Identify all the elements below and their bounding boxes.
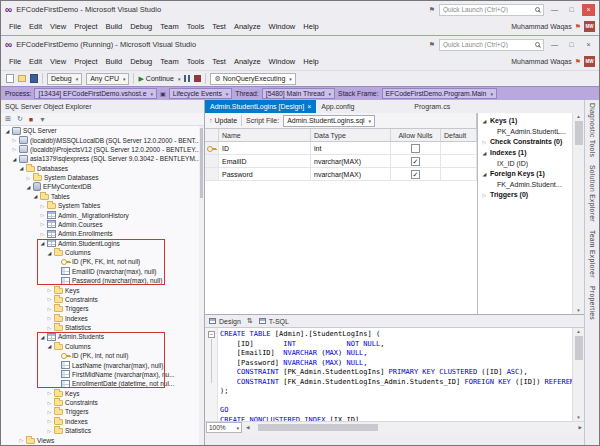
expander-closed-icon[interactable]: ▷ — [46, 306, 53, 312]
tree-item[interactable]: EmailID (nvarchar(max), null) — [1, 267, 199, 276]
expander-open-icon[interactable]: ◢ — [46, 343, 53, 349]
tree-item[interactable]: ▷Keys — [1, 285, 199, 294]
default-cell[interactable] — [441, 168, 477, 180]
expander-closed-icon[interactable]: ▷ — [46, 418, 53, 424]
menu-edit[interactable]: Edit — [25, 57, 46, 66]
expander-open-icon[interactable]: ◢ — [39, 240, 46, 246]
tree-item[interactable]: ▷Statistics — [1, 323, 199, 332]
debug-event-select[interactable]: ⚙NonQueryExecuting▾ — [210, 73, 295, 85]
tree-item[interactable]: ▷Views — [1, 435, 199, 444]
expander-closed-icon[interactable]: ▷ — [39, 203, 46, 209]
expander-icon[interactable]: ◢ — [481, 171, 488, 177]
stop-icon[interactable] — [194, 75, 201, 82]
expander-icon[interactable]: ▷ — [481, 192, 488, 198]
default-cell[interactable] — [441, 142, 477, 154]
tree-item[interactable]: ▷(localdb)\MSSQLLocalDB (SQL Server 12.0… — [1, 135, 199, 144]
context-group[interactable]: ◢Foreign Keys (1) — [478, 168, 572, 179]
expander-closed-icon[interactable]: ▷ — [46, 296, 53, 302]
add-server-icon[interactable]: ⊞ — [5, 115, 11, 123]
code-editor[interactable]: − CREATE TABLE [Admin].[StudentLogIns] (… — [205, 328, 584, 421]
tree-item[interactable]: ID (PK, FK, int, not null) — [1, 257, 199, 266]
notifications-flag-icon[interactable]: ⚑ — [575, 58, 581, 66]
tree-item[interactable]: ◢Tables — [1, 192, 199, 201]
user-name[interactable]: Muhammad Waqas — [511, 58, 571, 65]
menu-build[interactable]: Build — [102, 22, 127, 31]
menu-analyze[interactable]: Analyze — [230, 57, 265, 66]
scrollbar-thumb[interactable] — [575, 121, 583, 145]
expander-closed-icon[interactable]: ▷ — [11, 137, 18, 143]
tree-item[interactable]: ▷System Tables — [1, 201, 199, 210]
tree-item[interactable]: ◢Databases — [1, 164, 199, 173]
menu-help[interactable]: Help — [299, 57, 322, 66]
menu-project[interactable]: Project — [70, 22, 101, 31]
code-vertical-scrollbar[interactable]: ▲ ▼ — [572, 328, 584, 421]
close-button[interactable]: × — [582, 39, 595, 51]
expander-open-icon[interactable]: ◢ — [39, 334, 46, 340]
expander-icon[interactable]: ◢ — [481, 150, 488, 156]
menu-view[interactable]: View — [46, 22, 70, 31]
allow-nulls-checkbox[interactable] — [411, 144, 420, 153]
tree-item[interactable]: ▷System Databases — [1, 173, 199, 182]
user-avatar[interactable]: MW — [584, 21, 595, 32]
expander-closed-icon[interactable]: ▷ — [46, 428, 53, 434]
new-file-icon[interactable] — [6, 74, 14, 83]
continue-button[interactable]: ▶Continue▾ — [138, 75, 180, 83]
doc-tab-program-cs[interactable]: Program.cs — [409, 100, 455, 113]
expander-closed-icon[interactable]: ▷ — [46, 287, 53, 293]
default-cell[interactable] — [441, 155, 477, 167]
expander-closed-icon[interactable]: ▷ — [11, 146, 18, 152]
context-item[interactable]: FK_Admin.Student... — [478, 179, 572, 189]
expander-closed-icon[interactable]: ▷ — [46, 390, 53, 396]
filter-icon[interactable]: ▼ — [39, 116, 46, 123]
update-button[interactable]: ↑Update — [209, 117, 237, 124]
menu-view[interactable]: View — [46, 57, 70, 66]
close-button[interactable]: × — [582, 4, 595, 16]
data-type-cell[interactable]: int — [311, 142, 391, 154]
expander-open-icon[interactable]: ◢ — [4, 128, 11, 134]
expander-closed-icon[interactable]: ▷ — [39, 212, 46, 218]
explorer-scrollbar[interactable] — [199, 126, 204, 445]
tree-item[interactable]: ◢Admin.StudentLogins — [1, 239, 199, 248]
menu-debug[interactable]: Debug — [126, 22, 156, 31]
menu-test[interactable]: Test — [208, 57, 230, 66]
collapse-region-icon[interactable]: − — [208, 331, 215, 338]
expander-open-icon[interactable]: ◢ — [46, 250, 53, 256]
save-icon[interactable] — [30, 74, 38, 83]
scroll-right-icon[interactable]: ▶ — [579, 422, 582, 433]
expander-closed-icon[interactable]: ▷ — [18, 437, 25, 443]
feedback-flag-icon[interactable]: ⚑ — [429, 6, 435, 14]
stack-frame-select[interactable]: EFCodeFirstDemo.Program.Main▾ — [382, 88, 497, 99]
maximize-button[interactable]: □ — [565, 39, 578, 51]
side-tab-diagnostic-tools[interactable]: Diagnostic Tools — [589, 103, 596, 157]
zoom-select[interactable]: 100%▾ — [206, 422, 242, 433]
expander-closed-icon[interactable]: ▷ — [39, 221, 46, 227]
doc-tab-admin-studentlogins-design-[interactable]: Admin.StudentLogins [Design]× — [205, 100, 316, 113]
grid-row-password[interactable]: Passwordnvarchar(MAX)✓ — [205, 168, 477, 181]
scroll-up-icon[interactable]: ▲ — [573, 329, 584, 334]
scroll-down-icon[interactable]: ▼ — [573, 415, 584, 420]
tree-item[interactable]: ▷Keys — [1, 389, 199, 398]
menu-window[interactable]: Window — [265, 22, 300, 31]
doc-tab-app-config[interactable]: App.config — [316, 100, 359, 113]
tree-item[interactable]: ▷Indexes — [1, 417, 199, 426]
scrollbar-thumb[interactable] — [200, 128, 203, 198]
tree-item[interactable]: ID (PK, int, not null) — [1, 351, 199, 360]
tree-item[interactable]: ▷Admin.Enrollments — [1, 229, 199, 238]
tree-item[interactable]: ▷(localdb)\ProjectsV12 (SQL Server 12.0.… — [1, 145, 199, 154]
platform-select[interactable]: Any CPU▾ — [86, 73, 129, 85]
expander-closed-icon[interactable]: ▷ — [39, 231, 46, 237]
expander-open-icon[interactable]: ◢ — [11, 156, 18, 162]
allow-nulls-checkbox[interactable]: ✓ — [411, 170, 420, 179]
menu-team[interactable]: Team — [156, 22, 182, 31]
tree-item[interactable]: EnrollmentDate (datetime, not nul... — [1, 379, 199, 388]
menu-debug[interactable]: Debug — [126, 57, 156, 66]
data-type-cell[interactable]: nvarchar(MAX) — [311, 168, 391, 180]
menu-file[interactable]: File — [5, 57, 25, 66]
tree-item[interactable]: ◢Admin.Students — [1, 332, 199, 341]
tree-item[interactable]: ▷Triggers — [1, 304, 199, 313]
tree-item[interactable]: ◢Columns — [1, 248, 199, 257]
expander-icon[interactable]: ◢ — [481, 118, 488, 124]
tree-item[interactable]: LastName (nvarchar(max), null) — [1, 360, 199, 369]
expander-open-icon[interactable]: ◢ — [25, 184, 32, 190]
context-pane-scrollbar[interactable]: ▲ ▼ — [572, 113, 584, 314]
